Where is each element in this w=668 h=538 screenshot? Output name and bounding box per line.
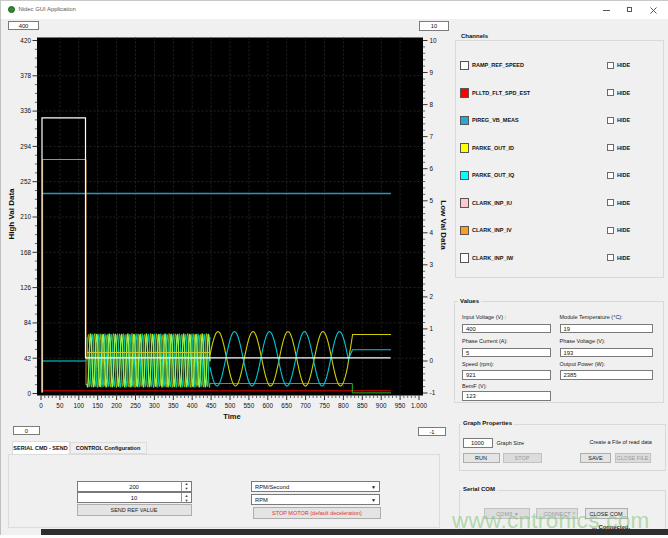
svg-text:6: 6: [430, 165, 434, 172]
svg-text:10: 10: [430, 37, 438, 44]
svg-text:0: 0: [39, 402, 43, 409]
svg-text:2: 2: [430, 293, 434, 300]
svg-text:800: 800: [338, 402, 349, 409]
svg-text:150: 150: [92, 402, 103, 409]
svg-text:294: 294: [20, 143, 31, 150]
svg-text:850: 850: [357, 402, 368, 409]
svg-text:450: 450: [206, 402, 217, 409]
svg-text:7: 7: [430, 133, 434, 140]
svg-text:336: 336: [20, 107, 31, 114]
svg-text:9: 9: [430, 69, 434, 76]
svg-text:5: 5: [430, 197, 434, 204]
svg-text:50: 50: [56, 402, 64, 409]
svg-text:1: 1: [430, 325, 434, 332]
svg-text:8: 8: [430, 101, 434, 108]
svg-text:-1: -1: [430, 389, 436, 396]
svg-text:3: 3: [430, 261, 434, 268]
svg-text:200: 200: [111, 402, 122, 409]
svg-text:100: 100: [73, 402, 84, 409]
svg-text:550: 550: [244, 402, 255, 409]
svg-text:0: 0: [27, 390, 31, 397]
svg-text:Time: Time: [223, 412, 240, 421]
svg-text:400: 400: [187, 402, 198, 409]
svg-text:350: 350: [168, 402, 179, 409]
svg-text:300: 300: [149, 402, 160, 409]
svg-text:420: 420: [20, 37, 31, 44]
svg-text:168: 168: [20, 249, 31, 256]
svg-text:252: 252: [20, 178, 31, 185]
svg-text:950: 950: [395, 402, 406, 409]
svg-text:650: 650: [281, 402, 292, 409]
svg-text:900: 900: [376, 402, 387, 409]
svg-text:42: 42: [24, 355, 32, 362]
svg-text:Low Val Data: Low Val Data: [439, 200, 448, 250]
svg-text:500: 500: [225, 402, 236, 409]
svg-text:High Val Data: High Val Data: [7, 188, 16, 240]
svg-text:750: 750: [319, 402, 330, 409]
svg-text:4: 4: [430, 229, 434, 236]
svg-text:250: 250: [130, 402, 141, 409]
svg-text:210: 210: [20, 213, 31, 220]
svg-text:700: 700: [300, 402, 311, 409]
svg-text:600: 600: [262, 402, 273, 409]
svg-text:84: 84: [24, 319, 32, 326]
svg-text:0: 0: [430, 357, 434, 364]
svg-text:378: 378: [20, 72, 31, 79]
svg-text:1.000: 1.000: [411, 402, 427, 409]
svg-text:126: 126: [20, 284, 31, 291]
